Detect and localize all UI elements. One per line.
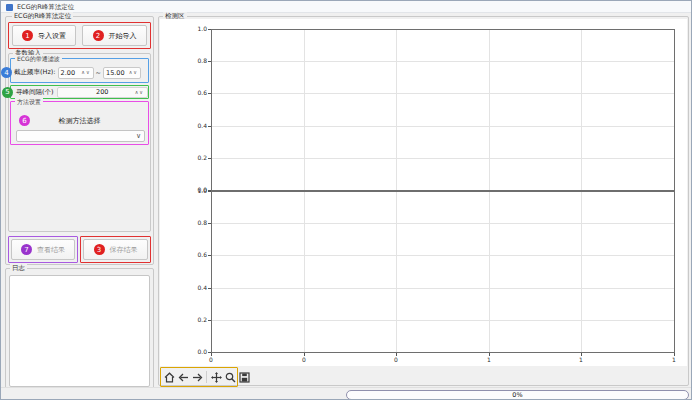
app-window: ECG的R峰算法定位 ECG的R峰算法定位 1 导入设置 2 开始导入 参数输入… (0, 0, 692, 400)
magnifier-icon (225, 372, 236, 383)
plot-area[interactable]: 1.00.80.60.40.20.01.00.80.60.40.20.00001… (211, 29, 675, 353)
log-group-title: 日志 (10, 264, 27, 273)
app-icon (6, 4, 13, 11)
x-tick-label: 1 (481, 356, 497, 364)
y-tick-label: 0.4 (185, 122, 207, 130)
save-figure-button[interactable] (238, 370, 250, 384)
subplot-axes[interactable] (211, 29, 675, 191)
peak-interval-label: 寻峰间隔(个) (16, 88, 54, 97)
import-settings-label: 导入设置 (38, 31, 66, 41)
step-badge-4: 4 (1, 67, 12, 78)
step-badge-5: 5 (2, 87, 13, 98)
start-import-label: 开始导入 (109, 31, 137, 41)
low-cutoff-value: 2.00 (61, 69, 75, 77)
high-cutoff-spinbox[interactable]: 15.00 ∧∨ (103, 67, 141, 79)
step-badge-3: 3 (94, 244, 105, 255)
home-icon (164, 372, 175, 383)
x-tick-label: 0 (296, 356, 312, 364)
mpl-toolbar (163, 370, 250, 384)
detection-method-combobox[interactable]: ∨ (16, 130, 145, 142)
import-settings-button[interactable]: 1 导入设置 (12, 25, 76, 46)
x-tick-label: 1 (573, 356, 589, 364)
bandpass-group-title: ECG的带通滤波 (15, 55, 62, 64)
peak-interval-row: 5 寻峰间隔(个) 200 ∧∨ (2, 87, 148, 98)
detection-method-label: 检测方法选择 (11, 116, 148, 126)
back-button[interactable] (177, 370, 189, 384)
start-import-button[interactable]: 2 开始导入 (82, 25, 147, 46)
log-textarea[interactable] (9, 275, 150, 387)
y-tick-label: 0.6 (185, 251, 207, 259)
y-tick-label: 0.8 (185, 219, 207, 227)
method-group-title: 方法设置 (15, 98, 43, 107)
step-badge-7: 7 (21, 244, 32, 255)
y-tick-label: 1.0 (185, 25, 207, 33)
y-tick-label: 0.2 (185, 154, 207, 162)
peak-interval-value: 200 (96, 88, 108, 96)
view-results-label: 查看结果 (37, 245, 65, 255)
spinner-arrows-icon[interactable]: ∧∨ (129, 70, 138, 75)
step-badge-1: 1 (22, 30, 33, 41)
save-results-label: 保存结果 (110, 245, 138, 255)
forward-arrow-icon (192, 372, 203, 383)
peak-interval-spinbox[interactable]: 200 ∧∨ (57, 87, 148, 98)
cutoff-freq-label: 截止频率(Hz): (14, 68, 56, 77)
home-button[interactable] (163, 370, 175, 384)
spinner-arrows-icon[interactable]: ∧∨ (135, 90, 144, 95)
spinner-arrows-icon[interactable]: ∧∨ (81, 70, 90, 75)
toolbar-separator (206, 371, 207, 383)
statusbar: 0% (1, 387, 692, 400)
bandpass-row: 4 截止频率(Hz): 2.00 ∧∨ ~ 15.00 ∧∨ (1, 65, 149, 80)
high-cutoff-value: 15.00 (106, 69, 125, 77)
y-tick-label: 0.8 (185, 57, 207, 65)
chevron-down-icon: ∨ (136, 133, 141, 140)
low-cutoff-spinbox[interactable]: 2.00 ∧∨ (58, 67, 94, 79)
y-tick-label: 0.4 (185, 284, 207, 292)
forward-button[interactable] (191, 370, 203, 384)
back-arrow-icon (178, 372, 189, 383)
progress-bar: 0% (346, 390, 689, 400)
y-tick-label: 1.0 (185, 187, 207, 195)
step-badge-2: 2 (93, 30, 104, 41)
save-results-button[interactable]: 3 保存结果 (83, 239, 148, 260)
subplot-axes[interactable] (211, 191, 675, 353)
pan-button[interactable] (210, 370, 222, 384)
y-tick-label: 0.6 (185, 89, 207, 97)
zoom-button[interactable] (224, 370, 236, 384)
x-tick-label: 0 (388, 356, 404, 364)
x-tick-label: 1 (666, 356, 682, 364)
annotation-box-method: 方法设置 6 检测方法选择 ∨ (10, 101, 149, 145)
left-group-title: ECG的R峰算法定位 (12, 12, 73, 21)
x-tick-label: 0 (203, 356, 219, 364)
view-results-button[interactable]: 7 查看结果 (11, 239, 75, 260)
save-icon (239, 372, 250, 383)
titlebar: ECG的R峰算法定位 (1, 1, 692, 13)
range-separator: ~ (96, 69, 101, 77)
pan-icon (211, 372, 222, 383)
y-tick-label: 0.2 (185, 316, 207, 324)
y-tick-label: 0.0 (185, 348, 207, 356)
